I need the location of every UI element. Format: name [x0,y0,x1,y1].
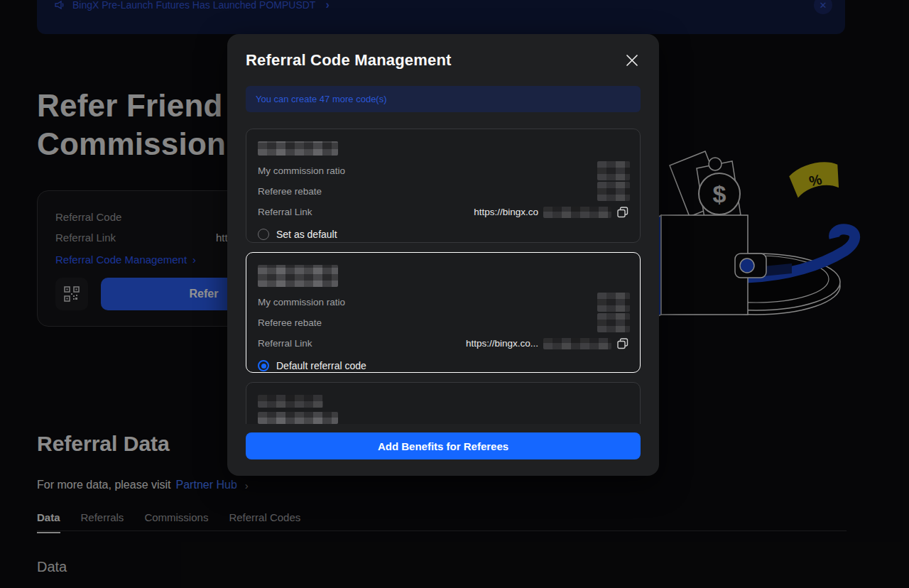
radio-checked-icon [258,360,269,371]
commission-ratio-label: My commission ratio [258,165,345,176]
commission-ratio-label: My commission ratio [258,297,345,307]
copy-icon[interactable] [616,337,628,349]
blurred-commission-value [597,161,630,180]
blurred-link-segment [543,207,611,218]
default-referral-code-radio[interactable]: Default referral code [258,356,628,375]
referral-code-item-1: My commission ratio Referee rebate Refer… [246,129,641,243]
referee-rebate-label: Referee rebate [258,317,322,328]
set-as-default-radio[interactable]: Set as default [258,225,628,244]
blurred-code-name [258,265,338,287]
radio-unchecked-icon [258,229,269,240]
referee-rebate-label: Referee rebate [258,186,322,197]
referral-link-label: Referral Link [258,338,312,349]
referral-code-item-2: My commission ratio Referee rebate Refer… [246,252,641,373]
referral-link-label: Referral Link [258,207,312,217]
blurred-code-name [258,395,323,408]
add-benefits-button[interactable]: Add Benefits for Referees [246,432,641,459]
copy-icon[interactable] [616,206,628,218]
blurred-code-name [258,141,338,156]
blurred-commission-value [597,293,630,312]
codes-remaining-notice: You can create 47 more code(s) [246,86,641,112]
close-icon[interactable] [624,52,641,69]
referral-code-management-modal: Referral Code Management You can create … [227,34,659,476]
referral-code-item-3 [246,382,641,424]
modal-title: Referral Code Management [246,51,452,70]
referral-link-value: https://bingx.co... [466,338,538,349]
blurred-code-name [258,412,338,424]
blurred-link-segment [543,338,611,349]
referral-link-value: https://bingx.co [474,207,538,217]
blurred-rebate-value [597,313,630,332]
blurred-rebate-value [597,182,630,201]
referral-codes-list[interactable]: My commission ratio Referee rebate Refer… [246,129,641,424]
